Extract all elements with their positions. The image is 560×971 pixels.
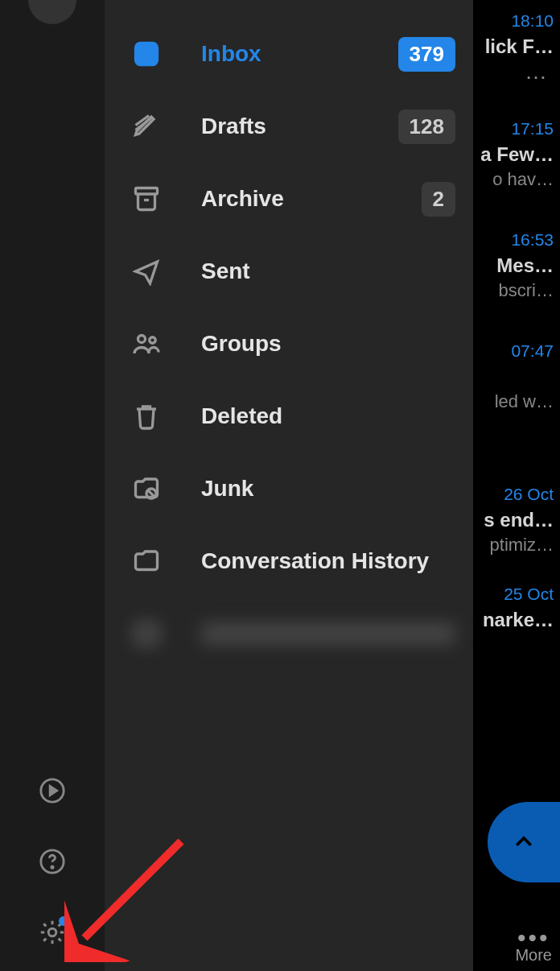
- more-dots-icon: •••: [515, 930, 552, 946]
- folder-sent[interactable]: Sent: [105, 235, 473, 308]
- more-label: More: [515, 946, 552, 965]
- email-time: 18:10: [471, 11, 554, 31]
- folder-junk[interactable]: Junk: [105, 452, 473, 525]
- folder-count: 379: [398, 37, 455, 72]
- folder-count: 128: [398, 109, 455, 144]
- email-preview: led w…: [471, 391, 554, 412]
- email-item[interactable]: 07:47 led w…: [471, 333, 560, 420]
- email-item[interactable]: 18:10 lick F… …: [471, 3, 560, 87]
- svg-point-3: [51, 866, 53, 868]
- email-preview: o hav…: [471, 169, 554, 190]
- left-rail: [0, 0, 105, 971]
- folder-drafts[interactable]: Drafts 128: [105, 90, 473, 163]
- folder-label: Deleted: [201, 403, 455, 429]
- play-icon: [39, 777, 66, 804]
- email-item[interactable]: 26 Oct s end… ptimiz…: [471, 477, 560, 564]
- svg-marker-1: [50, 786, 56, 795]
- folder-label: Junk: [201, 476, 455, 502]
- folder-inbox[interactable]: Inbox 379: [105, 18, 473, 90]
- email-subject: narke…: [471, 609, 554, 631]
- redacted-icon: [130, 618, 163, 650]
- email-subject: [471, 366, 554, 388]
- email-time: 16:53: [471, 230, 554, 250]
- email-subject: a Few…: [471, 143, 554, 166]
- archive-icon: [130, 183, 163, 215]
- conversation-history-icon: [130, 545, 163, 577]
- folder-count: 2: [422, 182, 455, 217]
- email-item[interactable]: 17:15 a Few… o hav…: [471, 111, 560, 198]
- email-subject: Mes…: [471, 254, 554, 277]
- sent-icon: [130, 255, 163, 287]
- email-subject: lick F…: [471, 35, 554, 58]
- folder-label: Inbox: [201, 41, 398, 67]
- play-button[interactable]: [38, 776, 67, 805]
- email-time: 25 Oct: [471, 585, 554, 604]
- settings-button[interactable]: [38, 918, 67, 947]
- drafts-icon: [130, 110, 163, 143]
- help-icon: [39, 848, 66, 875]
- svg-rect-6: [136, 188, 158, 195]
- folder-label: Archive: [201, 186, 422, 212]
- groups-icon: [130, 328, 163, 360]
- svg-point-8: [150, 337, 156, 344]
- folder-sidebar: Inbox 379 Drafts 128 Archive 2 Sent: [105, 0, 473, 971]
- svg-rect-10: [137, 626, 156, 643]
- email-dots: …: [471, 61, 554, 79]
- folder-label: Drafts: [201, 114, 398, 139]
- email-time: 26 Oct: [471, 485, 554, 504]
- folder-label: [201, 622, 455, 645]
- svg-rect-5: [136, 43, 158, 65]
- email-time: 07:47: [471, 341, 554, 361]
- email-item[interactable]: 25 Oct narke…: [471, 576, 560, 643]
- folder-groups[interactable]: Groups: [105, 308, 473, 380]
- junk-icon: [130, 473, 163, 505]
- more-button[interactable]: ••• More: [515, 930, 552, 965]
- folder-label: Sent: [201, 258, 455, 284]
- folder-label: Conversation History: [201, 548, 455, 574]
- email-preview: bscri…: [471, 280, 554, 301]
- folder-label: Groups: [201, 331, 455, 357]
- chevron-up-icon: [512, 830, 536, 854]
- scroll-to-top-button[interactable]: [488, 802, 560, 882]
- folder-redacted: [105, 597, 473, 670]
- email-item[interactable]: 16:53 Mes… bscri…: [471, 222, 560, 309]
- deleted-icon: [130, 400, 163, 432]
- inbox-icon: [130, 38, 163, 70]
- help-button[interactable]: [38, 847, 67, 876]
- email-time: 17:15: [471, 119, 554, 138]
- settings-notification-dot: [59, 916, 68, 926]
- email-subject: s end…: [471, 509, 554, 531]
- folder-conversation-history[interactable]: Conversation History: [105, 525, 473, 597]
- folder-archive[interactable]: Archive 2: [105, 163, 473, 235]
- email-preview: ptimiz…: [471, 535, 554, 556]
- folder-deleted[interactable]: Deleted: [105, 380, 473, 452]
- svg-point-4: [48, 928, 56, 936]
- svg-point-7: [138, 336, 146, 343]
